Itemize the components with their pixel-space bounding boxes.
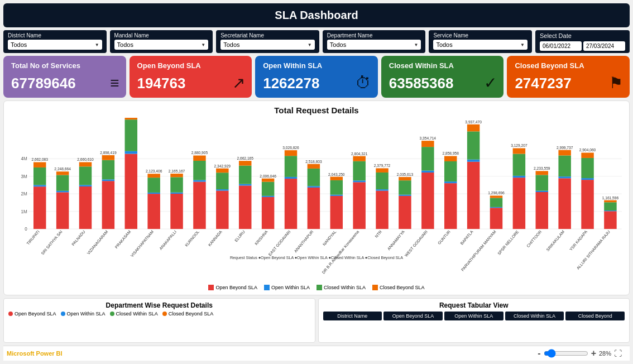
bar-segment[interactable]	[558, 178, 570, 229]
bar-segment[interactable]	[262, 182, 274, 196]
service-filter[interactable]: Service Name Todos	[429, 30, 532, 53]
mandal-filter[interactable]: Mandal Name Todos	[110, 30, 213, 53]
bar-segment[interactable]	[581, 178, 593, 180]
bar-segment[interactable]	[467, 131, 479, 159]
bar-segment[interactable]	[56, 192, 69, 229]
bar-segment[interactable]	[193, 180, 205, 182]
bar-segment[interactable]	[102, 160, 114, 180]
bar-segment[interactable]	[353, 182, 365, 229]
secretariat-filter[interactable]: Secretariat Name Todos	[216, 30, 319, 53]
bar-segment[interactable]	[79, 185, 92, 186]
zoom-slider[interactable]	[544, 349, 588, 358]
bar-segment[interactable]	[513, 178, 525, 229]
bar-segment[interactable]	[170, 194, 183, 229]
bar-segment[interactable]	[56, 171, 69, 175]
department-filter[interactable]: Department Name Todos	[323, 30, 426, 53]
bar-segment[interactable]	[170, 177, 183, 192]
bar-segment[interactable]	[216, 169, 228, 173]
bar-segment[interactable]	[125, 151, 137, 154]
bar-segment[interactable]	[399, 196, 411, 229]
bar-segment[interactable]	[376, 168, 388, 173]
powerbi-link[interactable]: Microsoft Power BI	[7, 350, 63, 357]
bar-segment[interactable]	[604, 200, 616, 203]
bar-segment[interactable]	[216, 189, 228, 190]
bar-segment[interactable]	[147, 178, 160, 193]
bar-segment[interactable]	[421, 141, 434, 147]
zoom-plus-button[interactable]: +	[591, 348, 596, 358]
bar-segment[interactable]	[33, 186, 46, 229]
bar-segment[interactable]	[353, 180, 365, 182]
bar-segment[interactable]	[102, 179, 114, 181]
bar-segment[interactable]	[33, 167, 46, 185]
bar-segment[interactable]	[581, 180, 593, 229]
bar-segment[interactable]	[444, 181, 457, 183]
date-from-input[interactable]	[540, 41, 582, 51]
bar-segment[interactable]	[102, 181, 114, 229]
bar-segment[interactable]	[513, 149, 525, 154]
bar-segment[interactable]	[444, 156, 457, 161]
bar-segment[interactable]	[239, 166, 251, 184]
zoom-minus-button[interactable]: -	[538, 348, 540, 358]
bar-segment[interactable]	[56, 175, 69, 191]
bar-segment[interactable]	[285, 150, 297, 156]
bar-segment[interactable]	[125, 119, 137, 151]
bar-segment[interactable]	[490, 207, 502, 208]
bar-segment[interactable]	[33, 185, 46, 186]
bar-segment[interactable]	[170, 174, 183, 177]
bar-segment[interactable]	[399, 177, 411, 180]
bar-segment[interactable]	[308, 186, 320, 188]
bar-segment[interactable]	[79, 162, 92, 166]
bar-segment[interactable]	[33, 162, 46, 167]
service-select[interactable]: Todos	[433, 40, 528, 50]
bar-segment[interactable]	[330, 195, 343, 196]
bar-segment[interactable]	[399, 180, 411, 194]
bar-segment[interactable]	[376, 189, 388, 190]
district-select[interactable]: Todos	[8, 40, 102, 50]
bar-segment[interactable]	[604, 210, 616, 211]
bar-segment[interactable]	[490, 198, 502, 207]
bar-segment[interactable]	[262, 197, 274, 229]
bar-segment[interactable]	[308, 188, 320, 229]
bar-segment[interactable]	[421, 171, 434, 173]
bar-segment[interactable]	[376, 191, 388, 229]
bar-segment[interactable]	[102, 155, 114, 160]
bar-segment[interactable]	[558, 150, 570, 156]
bar-segment[interactable]	[581, 152, 593, 157]
bar-segment[interactable]	[353, 161, 365, 181]
bar-segment[interactable]	[147, 174, 160, 178]
bar-segment[interactable]	[147, 194, 160, 229]
bar-segment[interactable]	[285, 156, 297, 177]
bar-segment[interactable]	[193, 182, 205, 229]
bar-segment[interactable]	[216, 191, 228, 229]
bar-segment[interactable]	[421, 173, 434, 229]
bar-segment[interactable]	[513, 176, 525, 178]
district-filter[interactable]: District Name Todos	[3, 30, 107, 53]
bar-segment[interactable]	[421, 147, 434, 170]
bar-segment[interactable]	[467, 124, 479, 132]
bar-segment[interactable]	[330, 180, 343, 195]
bar-segment[interactable]	[536, 171, 548, 175]
bar-segment[interactable]	[467, 162, 479, 229]
stat-card-open-beyond[interactable]: Open Beyond SLA 194763 ↗	[130, 56, 252, 98]
bar-segment[interactable]	[490, 208, 502, 229]
bar-segment[interactable]	[125, 154, 137, 229]
department-select[interactable]: Todos	[327, 40, 421, 50]
bar-segment[interactable]	[285, 177, 297, 179]
bar-segment[interactable]	[536, 191, 548, 192]
bar-segment[interactable]	[558, 176, 570, 178]
bar-segment[interactable]	[239, 161, 251, 165]
bar-segment[interactable]	[79, 166, 92, 185]
bar-segment[interactable]	[536, 175, 548, 190]
bar-segment[interactable]	[170, 193, 183, 194]
secretariat-select[interactable]: Todos	[220, 40, 315, 50]
mandal-select[interactable]: Todos	[114, 40, 209, 50]
date-to-input[interactable]	[583, 41, 625, 51]
bar-segment[interactable]	[353, 156, 365, 161]
bar-segment[interactable]	[147, 193, 160, 194]
bar-segment[interactable]	[239, 185, 251, 229]
stat-card-closed-beyond[interactable]: Closed Beyond SLA 2747237 ⚑	[507, 56, 630, 98]
stat-card-total[interactable]: Total No of Services 67789646 ≡	[3, 56, 126, 98]
bar-segment[interactable]	[79, 186, 92, 229]
bar-segment[interactable]	[330, 196, 343, 229]
bar-segment[interactable]	[581, 158, 593, 178]
